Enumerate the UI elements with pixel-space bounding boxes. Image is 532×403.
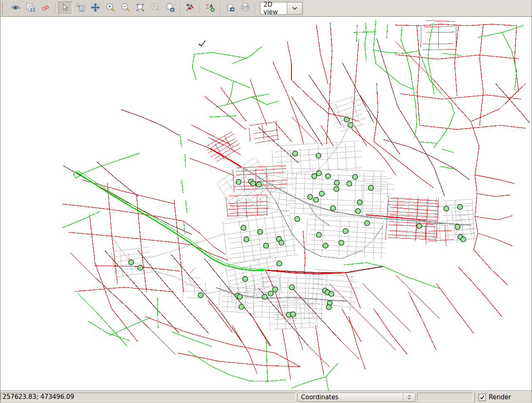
road-polyline: [282, 329, 291, 379]
network-node-marker[interactable]: [331, 206, 336, 211]
network-node-marker[interactable]: [326, 174, 331, 179]
road-polyline: [76, 172, 266, 271]
zoom-out-button[interactable]: [118, 2, 132, 15]
network-node-marker[interactable]: [457, 204, 462, 209]
select-by-query-button[interactable]: [73, 2, 87, 15]
road-polyline: [107, 183, 117, 284]
copy-view-button[interactable]: [23, 2, 37, 15]
toolbar-grip[interactable]: [2, 2, 6, 14]
network-node-marker[interactable]: [239, 304, 244, 309]
network-node-marker[interactable]: [295, 216, 300, 221]
zoom-next-button[interactable]: [163, 2, 177, 15]
network-node-marker[interactable]: [334, 187, 339, 192]
network-node-marker[interactable]: [313, 197, 318, 202]
network-node-marker[interactable]: [293, 151, 298, 156]
network-node-marker[interactable]: [308, 194, 313, 199]
zoom-extent-button[interactable]: [133, 2, 147, 15]
spinner-icon[interactable]: [403, 393, 415, 401]
network-node-marker[interactable]: [236, 179, 241, 184]
road-polyline: [395, 42, 471, 122]
network-node-marker[interactable]: [461, 237, 466, 242]
zoom-extent-icon: [135, 2, 145, 14]
network-node-marker[interactable]: [344, 117, 349, 122]
network-node-marker[interactable]: [316, 232, 321, 237]
road-polyline: [395, 55, 519, 59]
network-node-marker[interactable]: [256, 182, 261, 187]
network-node-marker[interactable]: [279, 240, 284, 245]
road-polyline: [208, 137, 241, 155]
network-node-marker[interactable]: [329, 291, 334, 296]
network-node-marker[interactable]: [319, 191, 324, 196]
network-node-marker[interactable]: [273, 287, 278, 292]
network-node-marker[interactable]: [243, 276, 248, 281]
road-polyline: [383, 139, 470, 180]
network-node-marker[interactable]: [323, 243, 328, 248]
application-window: 2D view 257623.83; 473496.09 Coordinates…: [0, 0, 532, 403]
road-polyline: [475, 216, 512, 220]
network-node-marker[interactable]: [277, 261, 282, 266]
export-view-button[interactable]: [223, 2, 237, 15]
road-polyline: [113, 238, 131, 262]
road-polyline: [184, 221, 225, 254]
chart-button[interactable]: [183, 2, 197, 15]
network-node-marker[interactable]: [417, 224, 422, 229]
pan-button[interactable]: [88, 2, 102, 15]
network-node-marker[interactable]: [251, 181, 256, 186]
road-polyline: [63, 166, 150, 214]
network-node-marker[interactable]: [258, 229, 263, 234]
network-node-marker[interactable]: [262, 294, 267, 299]
network-node-marker[interactable]: [316, 153, 321, 158]
road-polyline: [75, 287, 174, 292]
road-polyline: [171, 254, 242, 342]
road-polyline: [250, 313, 270, 346]
network-node-marker[interactable]: [198, 293, 203, 298]
road-polyline: [373, 20, 376, 62]
road-polyline: [433, 103, 454, 148]
network-node-marker[interactable]: [339, 240, 344, 245]
network-node-marker[interactable]: [138, 265, 143, 270]
network-node-marker[interactable]: [357, 200, 362, 205]
network-node-marker[interactable]: [343, 229, 348, 234]
road-network-map[interactable]: [0, 17, 532, 391]
network-node-marker[interactable]: [237, 294, 242, 299]
pan-arrows-icon: [90, 2, 100, 14]
map-canvas[interactable]: [0, 17, 532, 391]
network-node-marker[interactable]: [353, 174, 358, 179]
road-polyline: [88, 321, 129, 341]
network-node-marker[interactable]: [129, 260, 134, 265]
network-node-marker[interactable]: [365, 221, 370, 226]
chevron-down-icon[interactable]: [287, 2, 303, 15]
network-node-marker[interactable]: [312, 174, 317, 179]
annotation-button[interactable]: [203, 2, 217, 15]
network-node-marker[interactable]: [289, 285, 294, 290]
network-node-marker[interactable]: [326, 305, 331, 310]
render-checkbox[interactable]: [479, 394, 486, 401]
road-polyline: [400, 94, 521, 99]
status-mode-value: Coordinates: [298, 393, 403, 401]
print-button[interactable]: [238, 2, 252, 15]
network-node-marker[interactable]: [368, 185, 373, 190]
network-node-marker[interactable]: [241, 225, 246, 230]
network-node-marker[interactable]: [291, 312, 296, 317]
visibility-button[interactable]: [8, 2, 22, 15]
render-label: Render: [489, 393, 511, 401]
network-node-marker[interactable]: [264, 243, 268, 248]
network-node-marker[interactable]: [455, 224, 460, 229]
network-node-marker[interactable]: [444, 206, 449, 211]
status-mode-selector[interactable]: Coordinates: [297, 393, 415, 402]
erase-button[interactable]: [38, 2, 52, 15]
network-node-marker[interactable]: [348, 122, 353, 127]
network-node-marker[interactable]: [355, 209, 360, 214]
view-selector[interactable]: 2D view: [260, 2, 303, 15]
road-polyline: [471, 83, 526, 122]
network-node-marker[interactable]: [268, 291, 273, 296]
network-node-marker[interactable]: [334, 180, 339, 185]
network-node-marker[interactable]: [347, 181, 352, 186]
zoom-previous-button[interactable]: [148, 2, 162, 15]
zoom-in-button[interactable]: [103, 2, 117, 15]
network-node-marker[interactable]: [316, 171, 321, 176]
network-node-marker[interactable]: [244, 237, 249, 242]
select-button[interactable]: [58, 2, 72, 15]
road-polyline: [275, 353, 300, 367]
road-polyline: [232, 46, 262, 64]
